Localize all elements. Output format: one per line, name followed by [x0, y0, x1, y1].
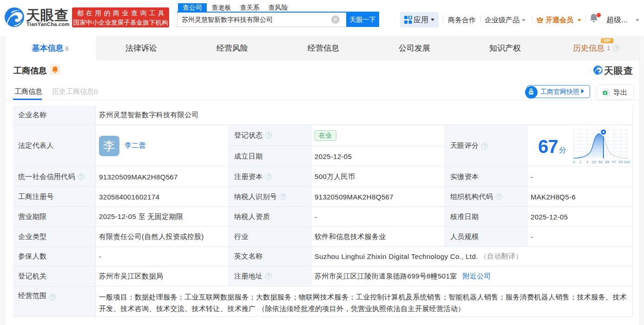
- svg-text:15: 15: [591, 160, 596, 164]
- svg-text:99: 99: [618, 160, 623, 164]
- svg-text:0: 0: [573, 160, 575, 164]
- svg-text:100: 100: [624, 160, 630, 164]
- svg-text:85: 85: [605, 160, 609, 164]
- svg-text:50: 50: [598, 160, 603, 164]
- svg-text:3: 3: [586, 160, 588, 164]
- svg-text:1: 1: [579, 160, 582, 164]
- svg-text:97: 97: [612, 160, 616, 164]
